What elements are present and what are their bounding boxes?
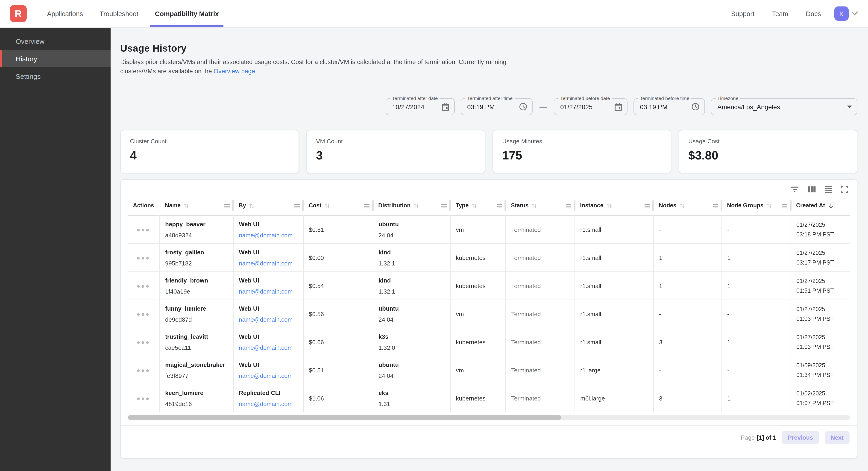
- nav-item-support[interactable]: Support: [722, 0, 763, 27]
- description-line-1: Displays prior clusters/VMs and their as…: [120, 59, 506, 65]
- column-menu-icon[interactable]: [712, 203, 719, 208]
- clock-icon[interactable]: [513, 103, 527, 111]
- column-header-name[interactable]: Name: [159, 196, 233, 215]
- creator-email-link[interactable]: name@domain.com: [239, 232, 299, 238]
- cell-type: kubernetes: [450, 384, 505, 412]
- column-header-nodes[interactable]: Nodes: [653, 196, 721, 215]
- sort-icon[interactable]: [249, 202, 255, 209]
- density-icon[interactable]: [824, 186, 833, 193]
- table-header-row: ActionsNameByCostDistributionTypeStatusI…: [128, 196, 850, 215]
- column-header-created_at[interactable]: Created At: [790, 196, 850, 215]
- stats-row: Cluster Count 4 VM Count 3 Usage Minutes…: [120, 130, 858, 173]
- column-header-by[interactable]: By: [233, 196, 303, 215]
- instance-value: r1.small: [575, 338, 653, 346]
- terminated-after-date-input[interactable]: Terminated after date 10/27/2024: [385, 98, 455, 115]
- sort-icon[interactable]: [324, 202, 330, 209]
- creator-email-link[interactable]: name@domain.com: [239, 401, 299, 407]
- column-menu-icon[interactable]: [781, 203, 788, 208]
- next-page-button[interactable]: Next: [825, 431, 849, 444]
- column-menu-icon[interactable]: [644, 203, 651, 208]
- nav-item-applications[interactable]: Applications: [39, 0, 91, 27]
- column-header-cost[interactable]: Cost: [303, 196, 373, 215]
- terminated-after-date-value: 10/27/2024: [392, 103, 424, 110]
- column-header-node_groups[interactable]: Node Groups: [721, 196, 790, 215]
- distribution-name: eks: [378, 389, 446, 396]
- cell-node-groups: 1: [721, 243, 790, 272]
- overview-page-link[interactable]: Overview page: [214, 67, 255, 75]
- terminated-before-time-label: Terminated before time: [638, 95, 691, 101]
- column-menu-icon[interactable]: [441, 203, 447, 208]
- cluster-name: happy_beaver: [165, 220, 229, 228]
- row-actions-button[interactable]: ●●●: [128, 282, 159, 289]
- row-actions-button[interactable]: ●●●: [128, 338, 159, 346]
- cell-created-at: 01/27/202503:18 PM PST: [790, 215, 850, 243]
- creator-email-link[interactable]: name@domain.com: [239, 260, 299, 267]
- row-actions-button[interactable]: ●●●: [128, 254, 159, 261]
- filter-icon[interactable]: [790, 186, 799, 193]
- cell-type: kubernetes: [450, 272, 505, 300]
- column-header-instance[interactable]: Instance: [575, 196, 653, 215]
- nav-item-troubleshoot[interactable]: Troubleshoot: [91, 0, 147, 27]
- cell-name: keen_lumiere4819de16: [159, 384, 233, 412]
- row-actions-button[interactable]: ●●●: [128, 226, 159, 233]
- terminated-after-time-input[interactable]: Terminated after time 03:19 PM: [461, 98, 533, 115]
- cell-cost: $0.54: [303, 272, 373, 300]
- sort-icon[interactable]: [679, 202, 685, 209]
- clock-icon[interactable]: [685, 103, 700, 111]
- sort-icon[interactable]: [531, 202, 537, 209]
- column-menu-icon[interactable]: [565, 203, 572, 208]
- creator-email-link[interactable]: name@domain.com: [239, 344, 299, 351]
- nav-item-compatibility-matrix[interactable]: Compatibility Matrix: [147, 0, 227, 27]
- horizontal-scrollbar[interactable]: [128, 415, 850, 420]
- sort-icon[interactable]: [606, 202, 612, 209]
- column-header-type[interactable]: Type: [450, 196, 505, 215]
- row-actions-button[interactable]: ●●●: [128, 395, 159, 402]
- distribution-version: 24.04: [378, 372, 446, 379]
- table-row: ●●●keen_lumiere4819de16Replicated CLInam…: [128, 384, 850, 412]
- creator-email-link[interactable]: name@domain.com: [239, 316, 299, 323]
- column-menu-icon[interactable]: [364, 203, 370, 208]
- cell-name: funny_lumierede9ed87d: [159, 300, 233, 328]
- column-menu-icon[interactable]: [496, 203, 503, 208]
- replicated-logo[interactable]: R: [10, 5, 27, 22]
- terminated-before-date-input[interactable]: Terminated before date 01/27/2025: [554, 98, 627, 115]
- column-header-status[interactable]: Status: [505, 196, 575, 215]
- column-menu-icon[interactable]: [224, 203, 230, 208]
- cell-distribution: eks1.31: [373, 384, 450, 412]
- avatar[interactable]: K: [834, 6, 849, 21]
- sort-icon[interactable]: [413, 202, 419, 209]
- row-actions-button[interactable]: ●●●: [128, 366, 159, 374]
- created-by: Replicated CLI: [239, 389, 299, 396]
- description-line-2: clusters/VMs are available on the: [120, 67, 214, 75]
- sort-desc-icon[interactable]: [828, 202, 834, 209]
- column-header-distribution[interactable]: Distribution: [373, 196, 450, 215]
- creator-email-link[interactable]: name@domain.com: [239, 372, 299, 379]
- distribution-name: ubuntu: [378, 220, 446, 228]
- cell-node-groups: -: [721, 356, 790, 384]
- columns-icon[interactable]: [808, 186, 816, 193]
- previous-page-button[interactable]: Previous: [782, 431, 819, 444]
- creator-email-link[interactable]: name@domain.com: [239, 288, 299, 295]
- column-menu-icon[interactable]: [294, 203, 300, 208]
- sort-icon[interactable]: [471, 202, 477, 209]
- row-actions-button[interactable]: ●●●: [128, 311, 159, 317]
- calendar-icon[interactable]: [608, 103, 622, 111]
- cost-value: $0.51: [303, 366, 372, 374]
- scrollbar-thumb[interactable]: [128, 415, 561, 420]
- terminated-before-time-input[interactable]: Terminated before time 03:19 PM: [633, 98, 705, 115]
- sidebar-item-overview[interactable]: Overview: [0, 32, 111, 50]
- fullscreen-icon[interactable]: [841, 186, 848, 193]
- calendar-icon[interactable]: [435, 103, 449, 111]
- cost-value: $0.66: [303, 338, 372, 346]
- sidebar-item-history[interactable]: History: [0, 50, 111, 67]
- stat-card-cluster-count: Cluster Count 4: [120, 130, 299, 173]
- cell-name: happy_beavera48d9324: [159, 215, 233, 243]
- nav-item-team[interactable]: Team: [763, 0, 797, 27]
- sort-icon[interactable]: [183, 202, 189, 209]
- sort-icon[interactable]: [766, 202, 772, 209]
- sidebar-item-settings[interactable]: Settings: [0, 67, 111, 85]
- timezone-select[interactable]: Timezone America/Los_Angeles: [711, 98, 858, 115]
- chevron-down-icon[interactable]: [851, 11, 858, 16]
- cluster-name: magical_stonebraker: [165, 361, 229, 368]
- nav-item-docs[interactable]: Docs: [797, 0, 830, 27]
